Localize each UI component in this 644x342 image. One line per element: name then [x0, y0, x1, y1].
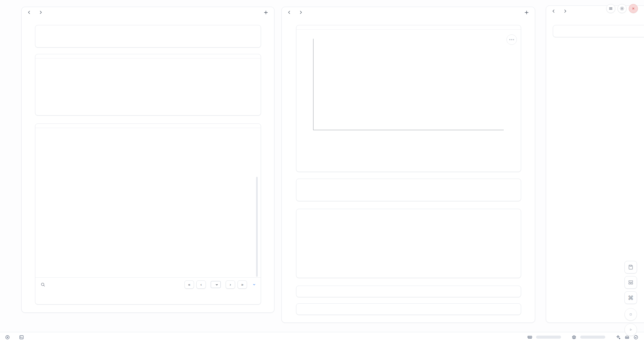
- code-cell-dataframe[interactable]: « ‹ › »: [35, 123, 261, 305]
- command-palette-button[interactable]: ⌘: [624, 291, 637, 304]
- layout-grid-icon: [628, 280, 634, 285]
- code-editor[interactable]: [35, 54, 261, 58]
- page-select[interactable]: [211, 281, 221, 288]
- shutdown-button[interactable]: [629, 4, 638, 13]
- middle-column-header: [282, 7, 535, 19]
- first-page-button[interactable]: «: [184, 280, 194, 289]
- command-icon: ⌘: [628, 294, 634, 301]
- stop-icon: [628, 312, 634, 317]
- table-scrollbar[interactable]: [256, 177, 258, 277]
- chevron-left-icon[interactable]: [551, 9, 557, 15]
- dropdown-controls-output: [35, 58, 261, 68]
- save-icon: [628, 264, 634, 270]
- chevron-right-icon[interactable]: [38, 10, 44, 16]
- window-controls: [606, 4, 638, 13]
- code-editor[interactable]: [553, 25, 644, 29]
- code-cell-xy-plot-dropdowns[interactable]: [296, 209, 521, 278]
- chevron-left-icon[interactable]: [287, 10, 293, 16]
- last-page-button[interactable]: »: [238, 280, 247, 289]
- code-editor[interactable]: [296, 25, 521, 29]
- code-editor[interactable]: [35, 124, 261, 128]
- status-bar: [0, 332, 644, 342]
- left-column-panel: « ‹ › »: [21, 7, 274, 313]
- stop-button[interactable]: [624, 308, 637, 321]
- dataframe-table: « ‹ › »: [35, 128, 261, 291]
- resource-indicators: [527, 335, 639, 340]
- next-page-button[interactable]: ›: [226, 280, 235, 289]
- chart-actions-button[interactable]: [506, 34, 517, 45]
- table-header-row: [35, 128, 261, 177]
- code-cell-selected-dataset[interactable]: [296, 286, 521, 297]
- layout-button[interactable]: [624, 276, 637, 289]
- chevron-down-icon: [252, 283, 256, 286]
- close-icon: [631, 6, 636, 11]
- left-column-header: [22, 7, 274, 19]
- download-button[interactable]: [251, 283, 256, 286]
- save-button[interactable]: [624, 261, 637, 273]
- chart-plot-area[interactable]: [313, 39, 504, 130]
- code-editor[interactable]: [296, 179, 521, 183]
- floating-actions: ⌘: [624, 261, 637, 336]
- table-footer: « ‹ › »: [35, 277, 261, 291]
- middle-column-panel: [281, 7, 535, 323]
- chevron-left-icon[interactable]: [27, 10, 33, 16]
- code-editor[interactable]: [296, 304, 521, 308]
- error-circle-icon: [5, 335, 10, 340]
- errors-indicator[interactable]: [5, 335, 12, 340]
- settings-button[interactable]: [617, 4, 627, 13]
- pagination: « ‹ › »: [184, 280, 256, 289]
- cpu-icon: [571, 335, 577, 340]
- menu-button[interactable]: [606, 4, 615, 13]
- code-cell-plot[interactable]: [296, 25, 521, 172]
- code-cell-plot-type[interactable]: [296, 303, 521, 315]
- code-editor[interactable]: [296, 286, 521, 290]
- prev-page-button[interactable]: ‹: [196, 280, 206, 289]
- chevron-right-icon[interactable]: [563, 9, 569, 15]
- memory-icon: [527, 335, 532, 340]
- empty-code-cell[interactable]: [553, 25, 644, 37]
- code-cell-vstack[interactable]: [35, 54, 261, 116]
- left-icon-sidebar: [0, 0, 17, 332]
- chevron-down-icon: [215, 283, 218, 286]
- altair-bar-chart[interactable]: [296, 29, 521, 148]
- add-cell-icon[interactable]: [524, 10, 530, 16]
- code-editor[interactable]: [296, 209, 521, 213]
- search-icon[interactable]: [40, 282, 45, 287]
- chevron-right-icon[interactable]: [298, 10, 304, 16]
- play-icon: [628, 327, 634, 333]
- memory-usage-bar: [536, 336, 561, 339]
- terminal-icon: [19, 335, 24, 340]
- terminal-button[interactable]: [19, 335, 24, 340]
- code-cell-imports[interactable]: [35, 25, 261, 48]
- code-cell-dataset-dropdown[interactable]: [296, 179, 521, 201]
- ai-sparkles-icon[interactable]: [616, 335, 621, 340]
- run-button[interactable]: [624, 323, 637, 336]
- hamburger-menu-icon: [608, 6, 613, 11]
- gear-icon: [620, 6, 624, 11]
- cpu-usage-bar: [580, 336, 605, 339]
- code-editor[interactable]: [35, 25, 261, 29]
- add-cell-icon[interactable]: [263, 10, 269, 16]
